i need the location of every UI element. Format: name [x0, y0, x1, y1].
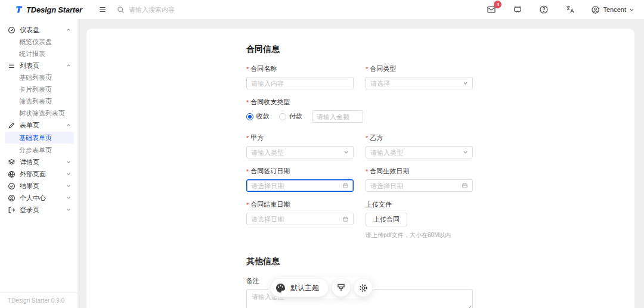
end-date-label: *合同结束日期	[246, 200, 354, 209]
calendar-icon	[462, 182, 468, 189]
amount-field[interactable]	[317, 113, 358, 120]
sidebar-item-dashboard[interactable]: 仪表盘	[0, 24, 78, 36]
sidebar-item-list-tree[interactable]: 树状筛选列表页	[0, 107, 78, 119]
upload-hint: 请上传pdf文件，大小在60M以内	[366, 231, 473, 239]
contract-name-field[interactable]	[251, 80, 349, 87]
avatar-icon	[591, 5, 600, 14]
brush-icon[interactable]	[332, 279, 350, 297]
chevron-down-icon	[463, 80, 468, 86]
contract-type-select[interactable]	[366, 77, 473, 89]
sidebar-item-dashboard-report[interactable]: 统计报表	[0, 48, 78, 60]
chevron-down-icon	[343, 150, 349, 155]
calendar-icon	[342, 182, 349, 189]
chevron-down-icon	[629, 7, 634, 13]
sidebar-item-user-center[interactable]: 个人中心	[0, 192, 78, 204]
end-date-field[interactable]	[251, 216, 340, 223]
check-circle-icon	[8, 182, 16, 190]
sidebar-item-external[interactable]: 外部页面	[0, 168, 78, 180]
sidebar-item-form-step[interactable]: 分步表单页	[0, 144, 78, 156]
end-date-picker[interactable]	[246, 213, 354, 225]
effective-date-label: *合同生效日期	[366, 167, 473, 176]
effective-date-field[interactable]	[370, 182, 459, 189]
contract-type-label: *合同类型	[366, 64, 473, 73]
chevron-down-icon	[66, 172, 71, 176]
chevron-down-icon	[66, 183, 71, 188]
sidebar-item-result[interactable]: 结果页	[0, 180, 78, 192]
amount-input[interactable]	[312, 110, 363, 123]
settings-gear-icon[interactable]	[354, 279, 372, 297]
mail-icon[interactable]: 4	[486, 4, 497, 15]
dashboard-icon	[8, 26, 16, 34]
radio-unchecked-icon[interactable]	[279, 113, 286, 120]
pencil-icon	[8, 122, 16, 129]
section-title-other: 其他信息	[246, 256, 485, 267]
chevron-down-icon	[66, 207, 71, 212]
theme-toolbar: 默认主题	[268, 277, 374, 298]
contract-form: 合同信息 *合同名称 *合同类型 *合同收支类型	[86, 29, 485, 308]
sidebar-item-form[interactable]: 表单页	[0, 119, 78, 131]
sidebar-item-list-filter[interactable]: 筛选列表页	[0, 95, 78, 107]
sidebar-item-login[interactable]: 登录页	[0, 204, 78, 216]
party-a-field[interactable]	[251, 149, 341, 156]
contract-name-label: *合同名称	[246, 64, 354, 73]
notification-badge: 4	[494, 1, 501, 8]
effective-date-picker[interactable]	[366, 179, 473, 192]
user-circle-icon	[8, 194, 16, 202]
chevron-down-icon	[66, 160, 71, 164]
default-theme-label: 默认主题	[290, 283, 319, 293]
sign-date-label: *合同签订日期	[246, 167, 354, 176]
layers-icon	[8, 158, 16, 166]
tdesign-logo-icon	[14, 5, 23, 14]
contract-type-field[interactable]	[370, 80, 460, 87]
chevron-up-icon	[66, 63, 71, 68]
globe-icon	[8, 170, 16, 178]
calendar-icon	[342, 216, 349, 222]
upload-contract-button[interactable]: 上传合同	[366, 213, 407, 226]
app-version: TDesign Starter 0.9.0	[0, 293, 78, 308]
user-name: Tencent	[603, 6, 626, 13]
palette-icon	[275, 282, 286, 294]
sidebar-item-detail[interactable]: 详情页	[0, 156, 78, 168]
chevron-up-icon	[66, 123, 71, 127]
global-search[interactable]	[117, 6, 248, 14]
payment-type-label: *合同收支类型	[246, 98, 473, 107]
sign-date-field[interactable]	[251, 182, 340, 189]
party-b-field[interactable]	[370, 149, 460, 156]
search-input[interactable]	[129, 6, 230, 13]
collapse-menu-icon[interactable]	[95, 2, 110, 17]
party-a-label: *甲方	[246, 133, 354, 142]
contract-name-input[interactable]	[246, 77, 354, 89]
party-b-label: *乙方	[366, 133, 473, 142]
radio-pay[interactable]: 付款	[279, 112, 302, 121]
search-icon	[117, 6, 125, 14]
help-icon[interactable]	[538, 4, 549, 15]
content-card: 合同信息 *合同名称 *合同类型 *合同收支类型	[86, 29, 634, 308]
section-title-contract: 合同信息	[246, 44, 485, 55]
default-theme-button[interactable]: 默认主题	[271, 279, 328, 297]
logout-icon	[8, 206, 16, 214]
sign-date-picker[interactable]	[246, 179, 354, 192]
chevron-down-icon	[463, 150, 468, 155]
sidebar-item-form-base[interactable]: 基础表单页	[5, 132, 74, 144]
sidebar-item-dashboard-overview[interactable]: 概览仪表盘	[0, 36, 78, 48]
party-a-select[interactable]	[246, 146, 354, 158]
radio-checked-icon[interactable]	[246, 113, 253, 120]
radio-receive[interactable]: 收款	[246, 112, 270, 121]
chevron-up-icon	[66, 27, 71, 32]
upload-label: 上传文件	[366, 200, 473, 209]
sidebar-item-list-base[interactable]: 基础列表页	[0, 71, 78, 83]
sidebar-item-list[interactable]: 列表页	[0, 60, 78, 71]
user-menu[interactable]: Tencent	[591, 5, 634, 14]
chevron-down-icon	[66, 195, 71, 200]
sidebar-item-list-card[interactable]: 卡片列表页	[0, 83, 78, 95]
party-b-select[interactable]	[366, 146, 473, 158]
app-logo[interactable]: TDesign Starter	[0, 5, 88, 14]
list-icon	[8, 62, 16, 70]
top-header: TDesign Starter 4 Tencent	[0, 0, 644, 19]
logo-text: TDesign Starter	[26, 5, 82, 14]
translate-icon[interactable]	[565, 4, 575, 15]
github-icon[interactable]	[512, 4, 523, 15]
sidebar: 仪表盘 概览仪表盘 统计报表 列表页 基础列表页 卡片列表页 筛选列表页 树状筛…	[0, 19, 78, 308]
